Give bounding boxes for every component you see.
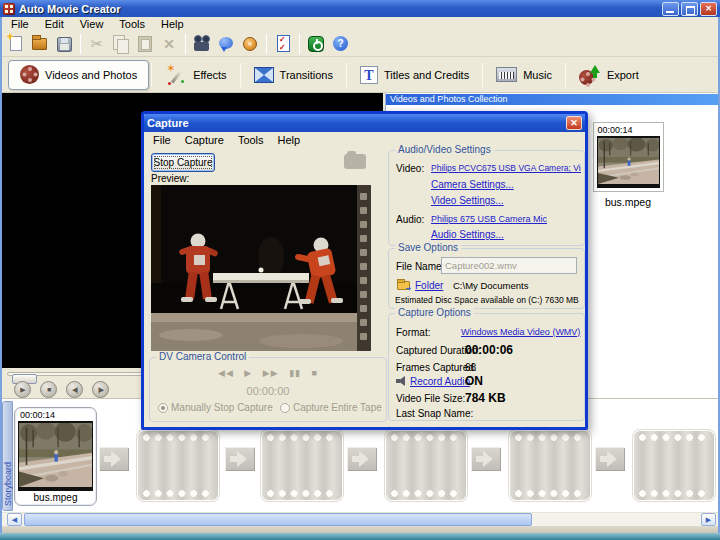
tab-separator [346,63,347,87]
storyboard-scrollbar: ◀ ▶ [2,512,718,526]
menu-tools[interactable]: Tools [111,18,153,30]
clip-thumbnail [597,136,660,188]
camera-settings-link[interactable]: Camera Settings... [431,179,514,190]
stop-button[interactable]: ■ [40,381,57,398]
disc-space-text: Estimated Disc Space available on (C:) 7… [395,295,579,305]
tab-label: Export [607,69,639,81]
dialog-menu-capture[interactable]: Capture [178,134,231,146]
tab-music[interactable]: Music [485,60,563,90]
folder-path: C:\My Documents [453,280,529,291]
transition-slot[interactable] [225,447,255,471]
transition-icon [254,67,274,83]
audio-settings-link[interactable]: Audio Settings... [431,229,504,240]
collection-item-bus[interactable]: 00:00:14 [591,122,665,208]
empty-clip-slot[interactable] [633,430,715,501]
help-icon[interactable]: ? [329,33,351,55]
group-caption: DV Camera Control [156,351,249,362]
cut-icon[interactable]: ✂ [86,33,108,55]
file-name-input[interactable] [441,257,577,274]
restore-button[interactable] [681,2,698,16]
tab-videos-and-photos[interactable]: Videos and Photos [8,60,149,90]
dialog-close-icon[interactable]: ✕ [566,116,582,130]
dialog-menu-file[interactable]: File [146,134,178,146]
radio-manually-stop[interactable]: Manually Stop Capture [158,402,273,413]
empty-clip-slot[interactable] [509,430,591,501]
radio-capture-entire-tape[interactable]: Capture Entire Tape [280,402,382,413]
scrollbar-thumb[interactable] [24,513,532,526]
last-snap-name-label: Last Snap Name: [396,408,473,419]
frame-back-button[interactable]: ◀| [66,381,83,398]
play-icon[interactable]: ▶ [244,368,252,378]
dialog-menu-tools[interactable]: Tools [231,134,271,146]
capture-preview [151,185,371,351]
audio-device-link[interactable]: Philips 675 USB Camera Mic [431,214,547,224]
close-button[interactable] [700,2,717,16]
radio-icon [158,403,168,413]
storyboard-clip-bus[interactable]: 00:00:14 bus.mpeg [14,407,97,506]
app-icon [3,3,15,15]
video-file-size-value: 784 KB [465,391,506,405]
tab-effects[interactable]: Effects [154,60,237,90]
tab-separator [240,63,241,87]
tab-label: Effects [193,69,226,81]
menu-edit[interactable]: Edit [37,18,72,30]
menu-bar: File Edit View Tools Help [0,17,720,31]
collection-header: Videos and Photos Collection [386,94,718,105]
fast-forward-icon[interactable]: ▶▶ [263,368,279,378]
scroll-right-icon[interactable]: ▶ [701,513,716,526]
captured-duration-value: 00:00:06 [465,343,513,357]
menu-view[interactable]: View [72,18,112,30]
stop-capture-button[interactable]: Stop Capture [151,153,215,172]
camera-icon [344,154,366,169]
folder-link[interactable]: Folder [415,280,443,291]
tab-label: Music [523,69,552,81]
storyboard-tab[interactable]: Storyboard [2,401,13,511]
video-device-link[interactable]: Philips PCVC675 USB VGA Camera; Video [431,163,581,173]
transition-slot[interactable] [99,447,129,471]
tab-export[interactable]: Export [568,60,650,90]
format-label: Format: [396,327,430,338]
task-check-icon[interactable]: ✓✓ [272,33,294,55]
dialog-menu-help[interactable]: Help [271,134,308,146]
stop-icon[interactable]: ■ [312,368,318,378]
empty-clip-slot[interactable] [385,430,467,501]
capture-video-icon[interactable] [191,33,213,55]
scroll-left-icon[interactable]: ◀ [7,513,22,526]
pause-icon[interactable]: ▮▮ [289,368,301,378]
video-label: Video: [396,163,424,174]
rewind-icon[interactable]: ◀◀ [218,368,234,378]
group-caption: Capture Options [395,307,474,318]
new-icon[interactable] [5,33,27,55]
empty-clip-slot[interactable] [137,430,219,501]
frame-forward-button[interactable]: |▶ [92,381,109,398]
record-narration-icon[interactable] [239,33,261,55]
copy-icon[interactable] [110,33,132,55]
film-reel-green-arrow-icon [579,65,601,85]
av-settings-group: Audio/Video Settings Video: Philips PCVC… [388,150,585,246]
menu-help[interactable]: Help [153,18,192,30]
narration-balloon-icon[interactable] [215,33,237,55]
file-name-label: File Name: [396,261,444,272]
save-options-group: Save Options File Name: Folder C:\My Doc… [388,248,585,309]
transition-slot[interactable] [347,447,377,471]
open-icon[interactable] [29,33,51,55]
record-audio-link[interactable]: Record Audio [410,376,470,387]
empty-clip-slot[interactable] [261,430,343,501]
tab-titles-and-credits[interactable]: T Titles and Credits [349,60,480,90]
tab-label: Videos and Photos [45,69,137,81]
menu-file[interactable]: File [3,18,37,30]
minimize-button[interactable] [662,2,679,16]
transition-slot[interactable] [595,447,625,471]
toolbar: ✂ ✕ ✓✓ ? [0,31,720,57]
window-bottom-border [0,533,720,540]
delete-icon[interactable]: ✕ [158,33,180,55]
tab-strip: Videos and Photos Effects Transitions T … [0,57,720,93]
play-button[interactable]: ▶ [14,381,31,398]
save-icon[interactable] [53,33,75,55]
transition-slot[interactable] [471,447,501,471]
video-settings-link[interactable]: Video Settings... [431,195,504,206]
paste-icon[interactable] [134,33,156,55]
power-icon[interactable] [305,33,327,55]
tab-transitions[interactable]: Transitions [243,60,344,90]
format-link[interactable]: Windows Media Video (WMV) [461,327,580,337]
